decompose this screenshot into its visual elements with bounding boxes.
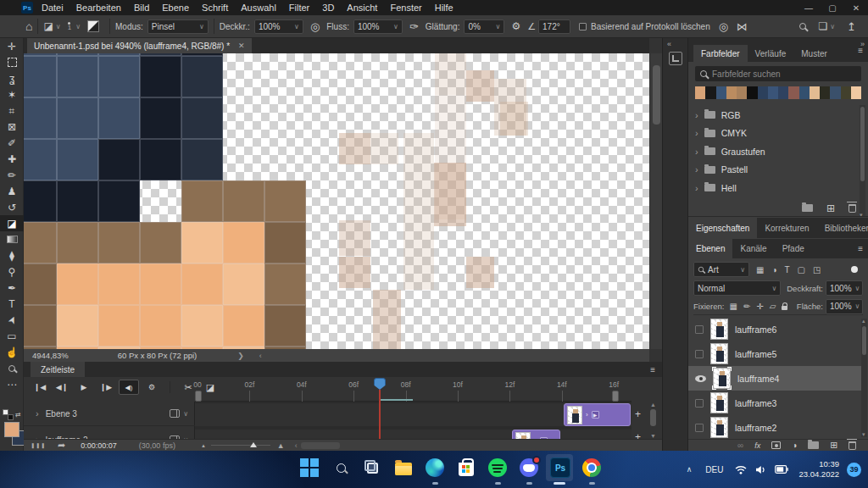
lock-kind-icon-2[interactable]: ✏ (743, 302, 750, 311)
tab-pfade[interactable]: Pfade (775, 239, 812, 258)
erase-to-history-checkbox[interactable] (579, 23, 587, 30)
file-explorer-icon[interactable] (392, 457, 415, 479)
brush-panel-toggle-icon[interactable] (87, 20, 99, 32)
layer-row-laufframe6[interactable]: laufframe6 (688, 317, 863, 341)
blur-tool[interactable]: ⧫ (0, 247, 24, 263)
tab-muster[interactable]: Muster (793, 45, 835, 62)
swatch-8[interactable] (768, 86, 778, 99)
eyedropper-tool[interactable]: ✐ (0, 135, 24, 151)
timeline-vertical-scrollbar[interactable]: ▲ ▼ (648, 402, 659, 439)
layer-opacity-select[interactable]: 100%∨ (826, 280, 863, 296)
smoothing-select[interactable]: 0%∨ (464, 19, 504, 34)
foreground-color-swatch[interactable] (4, 422, 19, 437)
next-frame-button[interactable]: ❙▶ (97, 383, 115, 391)
lock-all-icon[interactable] (782, 306, 787, 310)
timeline-zoom-slider[interactable] (211, 445, 270, 446)
brush-size-chevron[interactable]: ∨ (75, 23, 81, 30)
timeline-tab[interactable]: Zeitleiste (31, 362, 85, 377)
clip-fx-icon[interactable]: ▶ (592, 411, 599, 419)
start-button[interactable] (298, 457, 320, 479)
tray-chevron-icon[interactable]: ∧ (687, 465, 693, 474)
healing-brush-tool[interactable]: ✚ (0, 151, 24, 167)
eraser-tool[interactable]: ◪ (0, 215, 24, 231)
history-brush-tool[interactable]: ↺ (0, 199, 24, 215)
visibility-checkbox[interactable] (695, 350, 704, 358)
swatch-14[interactable] (830, 86, 840, 99)
angle-input[interactable]: 172° (538, 19, 570, 34)
tab-eigenschaften[interactable]: Eigenschaften (688, 218, 757, 238)
tab-bibliotheken[interactable]: Bibliotheken (817, 218, 868, 238)
lock-kind-icon-4[interactable]: ▱ (770, 302, 776, 311)
menu-item-ansicht[interactable]: Ansicht (347, 3, 377, 13)
layer-row-laufframe4[interactable]: laufframe4 (688, 366, 863, 391)
layer-row-laufframe2[interactable]: laufframe2 (688, 415, 863, 439)
layer-mask-icon[interactable] (771, 441, 781, 449)
fill-select[interactable]: 100%∨ (826, 299, 863, 314)
new-group-icon[interactable] (808, 441, 819, 449)
discord-icon[interactable] (518, 457, 540, 479)
filter-kind-icon-1[interactable]: ▦ (756, 265, 764, 274)
minimize-button[interactable]: — (797, 3, 821, 13)
close-button[interactable]: ✕ (844, 3, 868, 13)
new-layer-icon[interactable]: ⊞ (830, 440, 837, 451)
layer-row-laufframe3[interactable]: laufframe3 (688, 391, 863, 415)
timeline-gear-icon[interactable]: ⚙ (142, 383, 161, 391)
menu-item-ebene[interactable]: Ebene (162, 3, 189, 13)
move-tool[interactable]: ✛ (0, 38, 24, 54)
menu-item-datei[interactable]: Datei (42, 3, 64, 13)
swatch-folder-hell[interactable]: ›Hell (688, 179, 858, 197)
play-button[interactable]: ▶ (75, 383, 93, 391)
tab-ebenen[interactable]: Ebenen (688, 239, 732, 258)
document-tab[interactable]: Unbenannt-1.psd bei 4940% (laufframe4, R… (27, 38, 252, 53)
frame-tool[interactable]: ⊠ (0, 119, 24, 135)
swatch-2[interactable] (705, 86, 715, 99)
timeline-ruler[interactable]: 0002f04f06f08f10f12f14f16f (195, 377, 632, 402)
speaker-icon[interactable] (755, 465, 766, 474)
blend-mode-select[interactable]: Normal∨ (693, 280, 781, 296)
collapsed-panel-icon[interactable] (669, 52, 682, 65)
menu-item-bearbeiten[interactable]: Bearbeiten (76, 3, 121, 13)
menu-item-3d[interactable]: 3D (322, 3, 334, 13)
visibility-checkbox[interactable] (695, 399, 704, 408)
layer-style-icon[interactable]: fx (754, 441, 760, 450)
swatch-10[interactable] (788, 86, 798, 99)
visibility-checkbox[interactable] (695, 424, 704, 432)
filter-kind-icon-4[interactable]: ▢ (798, 265, 805, 274)
link-layers-icon[interactable]: ∞ (737, 441, 743, 450)
tab-farbfelder[interactable]: Farbfelder (693, 45, 748, 62)
tab-verlaeufe[interactable]: Verläufe (748, 45, 794, 62)
document-close-icon[interactable]: ✕ (238, 42, 245, 50)
tool-preset-eraser-icon[interactable]: ◪ (43, 21, 53, 31)
layers-scrollbar[interactable]: ▴ ▾ (861, 319, 867, 437)
menu-item-fenster[interactable]: Fenster (390, 3, 421, 13)
swatch-folder-rgb[interactable]: ›RGB (688, 106, 858, 124)
task-view-icon[interactable] (361, 457, 383, 479)
collapse-panels-icon[interactable]: » (860, 40, 865, 48)
tab-kanaele[interactable]: Kanäle (732, 239, 774, 258)
folder-chevron-icon[interactable]: › (695, 164, 698, 175)
airbrush-toggle-icon[interactable]: ◎ (719, 21, 728, 32)
delete-layer-icon[interactable] (849, 441, 856, 450)
track-chevron-icon[interactable]: › (36, 408, 39, 419)
adjustment-layer-icon[interactable]: ◑ (792, 441, 797, 450)
canvas[interactable] (24, 53, 649, 349)
photoshop-taskbar-icon[interactable]: Ps (549, 457, 571, 479)
layer-row-laufframe5[interactable]: laufframe5 (688, 341, 863, 366)
clone-stamp-tool[interactable]: ♟ (0, 183, 24, 199)
layers-menu-icon[interactable]: ≡ (858, 244, 863, 253)
track-video-icon[interactable] (170, 409, 180, 418)
folder-chevron-icon[interactable]: › (695, 110, 698, 120)
pressure-size-icon[interactable]: ⋈ (737, 21, 748, 32)
swatch-15[interactable] (841, 86, 851, 99)
swatches-search-input[interactable]: Farbfelder suchen (695, 66, 861, 81)
swatch-5[interactable] (737, 86, 747, 99)
dodge-tool[interactable]: ⚲ (0, 263, 24, 280)
tab-korrekturen[interactable]: Korrekturen (757, 218, 816, 238)
flow-select[interactable]: 100%∨ (353, 19, 403, 34)
menu-item-bild[interactable]: Bild (134, 3, 149, 13)
hand-tool[interactable]: ☝ (0, 344, 24, 360)
zoom-in-timeline-icon[interactable]: ▲ (277, 441, 285, 450)
magic-wand-tool[interactable]: ✶ (0, 86, 24, 103)
menu-item-auswahl[interactable]: Auswahl (241, 3, 276, 13)
audio-toggle-button[interactable]: ◀) (119, 380, 139, 395)
